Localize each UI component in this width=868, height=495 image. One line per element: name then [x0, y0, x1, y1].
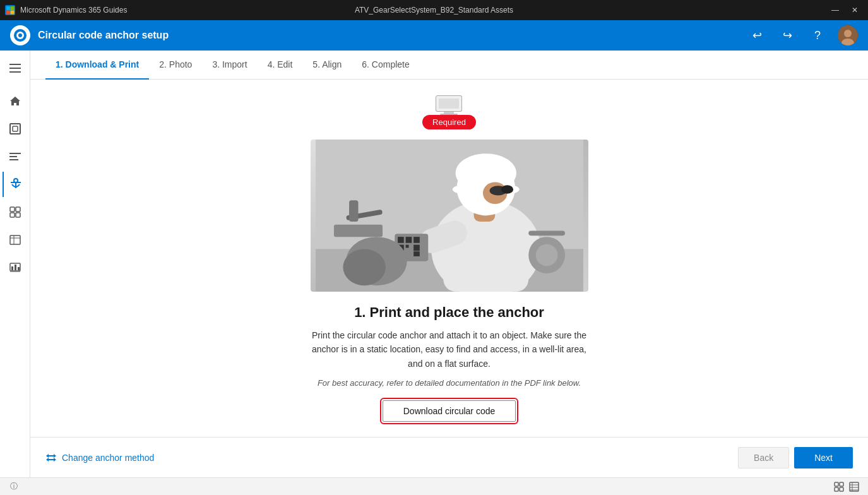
svg-rect-26	[10, 236, 20, 244]
svg-rect-1	[11, 6, 15, 10]
close-button[interactable]: ✕	[847, 4, 863, 16]
svg-rect-12	[9, 68, 21, 69]
sidebar-table-icon[interactable]	[3, 227, 28, 253]
svg-rect-71	[840, 487, 843, 491]
svg-point-7	[18, 33, 22, 37]
wizard-panel: 1. Download & Print 2. Photo 3. Import 4…	[30, 51, 868, 477]
scene-svg	[311, 140, 588, 292]
sidebar-analytics-icon[interactable]	[3, 255, 28, 280]
sidebar-grid-icon[interactable]	[3, 200, 28, 225]
svg-rect-16	[9, 153, 21, 154]
next-button[interactable]: Next	[794, 447, 853, 468]
svg-point-59	[501, 185, 513, 193]
status-right	[833, 480, 860, 493]
sidebar-anchor-icon[interactable]	[3, 172, 28, 197]
status-bar: ⓘ	[0, 477, 868, 495]
tab-photo[interactable]: 2. Photo	[149, 51, 202, 80]
app-header-left: Circular code anchor setup	[10, 25, 169, 45]
sidebar-home-icon[interactable]	[3, 88, 28, 114]
svg-rect-22	[10, 207, 15, 212]
svg-rect-13	[9, 71, 21, 73]
svg-rect-14	[10, 124, 20, 134]
svg-rect-68	[835, 482, 838, 486]
svg-point-9	[844, 30, 852, 37]
main-layout: 1. Download & Print 2. Photo 3. Import 4…	[0, 51, 868, 477]
svg-rect-2	[6, 11, 10, 15]
svg-rect-49	[405, 245, 408, 248]
sidebar-menu-icon[interactable]	[3, 56, 28, 81]
step-heading: 1. Print and place the anchor	[354, 304, 544, 321]
computer-icon	[434, 95, 464, 117]
app-logo	[10, 25, 30, 45]
tab-align[interactable]: 5. Align	[302, 51, 352, 80]
computer-icon-wrapper: Required	[422, 95, 476, 134]
back-button[interactable]: Back	[738, 447, 789, 468]
user-avatar[interactable]	[838, 25, 858, 45]
title-bar-file: ATV_GearSelectSystem_B92_Standard Assets	[355, 6, 513, 15]
svg-rect-37	[444, 112, 454, 114]
svg-rect-25	[16, 213, 20, 217]
svg-rect-3	[11, 11, 15, 15]
svg-rect-64	[333, 225, 382, 237]
content-area: 1. Download & Print 2. Photo 3. Import 4…	[30, 51, 868, 477]
svg-rect-24	[10, 213, 15, 217]
svg-rect-63	[349, 200, 358, 222]
svg-rect-31	[11, 266, 13, 270]
layout-icon[interactable]	[833, 480, 845, 493]
app-icon	[5, 5, 15, 15]
sidebar-text-icon[interactable]	[3, 144, 28, 169]
tab-edit[interactable]: 4. Edit	[258, 51, 303, 80]
title-bar: Microsoft Dynamics 365 Guides ATV_GearSe…	[0, 0, 868, 20]
app-title: Circular code anchor setup	[38, 30, 169, 41]
title-bar-left: Microsoft Dynamics 365 Guides	[5, 5, 127, 15]
anchor-image	[311, 140, 588, 292]
redo-button[interactable]: ↪	[777, 25, 797, 45]
svg-rect-11	[9, 64, 21, 65]
change-anchor-label: Change anchor method	[62, 453, 154, 463]
wizard-footer: Change anchor method Back Next	[30, 437, 868, 477]
svg-rect-46	[405, 237, 412, 243]
download-circular-code-button[interactable]: Download circular code	[383, 400, 516, 422]
svg-rect-36	[439, 98, 459, 109]
svg-rect-50	[413, 245, 420, 251]
sidebar	[0, 51, 30, 477]
svg-rect-23	[16, 207, 20, 212]
sidebar-frame-icon[interactable]	[3, 116, 28, 141]
footer-nav: Back Next	[738, 447, 853, 468]
tab-complete[interactable]: 6. Complete	[352, 51, 419, 80]
undo-button[interactable]: ↩	[747, 25, 767, 45]
svg-rect-32	[15, 265, 16, 270]
svg-rect-67	[528, 230, 565, 236]
svg-rect-17	[9, 156, 17, 157]
change-anchor-button[interactable]: Change anchor method	[45, 453, 154, 463]
step-description: Print the circular code anchor and attac…	[311, 328, 588, 371]
tabs: 1. Download & Print 2. Photo 3. Import 4…	[30, 51, 868, 80]
svg-rect-33	[18, 267, 20, 270]
svg-point-66	[535, 244, 557, 266]
required-badge: Required	[422, 115, 476, 129]
tab-download-print[interactable]: 1. Download & Print	[45, 51, 149, 80]
change-anchor-icon	[45, 453, 57, 462]
svg-rect-70	[835, 487, 838, 491]
svg-rect-52	[413, 251, 420, 256]
grid-icon[interactable]	[848, 480, 860, 493]
svg-rect-18	[9, 159, 18, 160]
wizard-content: Required	[30, 80, 868, 437]
svg-point-61	[343, 249, 385, 285]
status-info: ⓘ	[8, 480, 20, 493]
minimize-button[interactable]: —	[826, 4, 844, 16]
svg-rect-47	[413, 237, 420, 243]
svg-rect-69	[840, 482, 843, 486]
step-note: For best accuracy, refer to detailed doc…	[318, 378, 581, 388]
svg-rect-45	[398, 237, 404, 243]
svg-rect-0	[6, 6, 10, 10]
help-button[interactable]: ?	[807, 25, 828, 45]
title-bar-app-name: Microsoft Dynamics 365 Guides	[20, 6, 127, 15]
app-header: Circular code anchor setup ↩ ↪ ?	[0, 20, 868, 51]
info-icon[interactable]: ⓘ	[8, 480, 20, 493]
app-header-right: ↩ ↪ ?	[747, 25, 858, 45]
title-bar-controls: — ✕	[826, 4, 863, 16]
tab-import[interactable]: 3. Import	[202, 51, 257, 80]
svg-rect-15	[13, 126, 18, 131]
